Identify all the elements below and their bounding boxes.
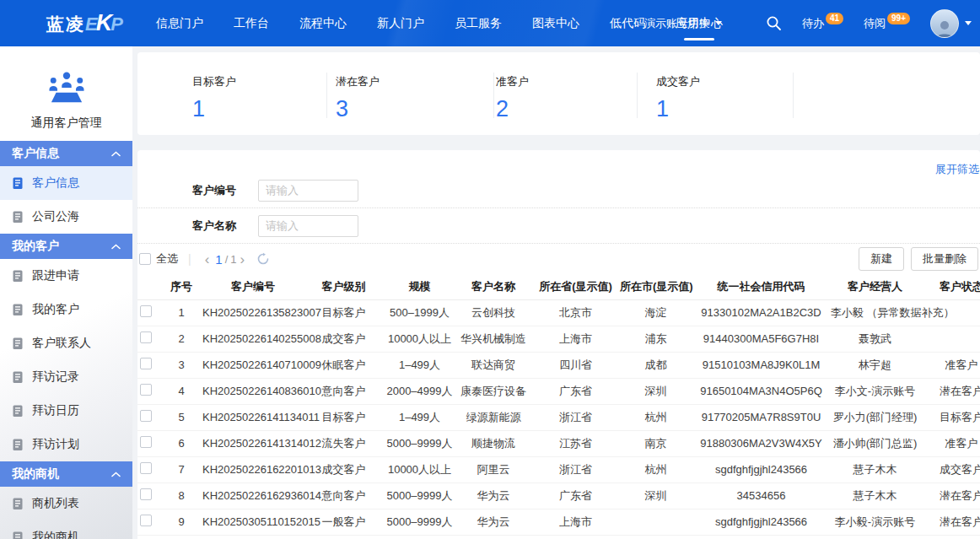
sidebar-item-label: 公司公海 [32,209,79,224]
stat-value[interactable]: 1 [192,96,236,122]
table-cell: 广东省 [531,378,620,404]
stat-label: 成交客户 [656,74,700,89]
sidebar-item[interactable]: 我的商机 [0,520,132,539]
row-checkbox[interactable] [140,358,152,369]
nav-item[interactable]: 图表中心 [526,0,585,46]
document-icon [12,405,24,418]
todo-counter[interactable]: 待办 41 [802,16,843,31]
table-cell: 华兴机械制造 [455,326,531,352]
chevron-up-icon [111,151,121,157]
select-all-checkbox[interactable] [139,253,151,265]
table-cell: 91330102MA2A1B2C3D [692,299,831,326]
sidebar-item-label: 拜访记录 [32,369,79,385]
toread-counter[interactable]: 待阅 99+ [864,16,910,31]
filter-field-input[interactable] [258,215,358,237]
table-cell: KH20250226162936014 [202,482,304,509]
prev-page-button[interactable]: ‹ [202,252,213,267]
sidebar-item[interactable]: 公司公海 [0,200,132,234]
table-cell: 91440300MA5F6G7H8I [692,326,831,352]
avatar [930,9,959,38]
filter-field-label: 客户名称 [137,218,238,234]
document-icon [12,211,24,224]
sidebar-item[interactable]: 拜访日历 [0,394,132,428]
page-separator: / [225,253,229,266]
table-cell: 上海市 [531,509,620,535]
sidebar-section-header[interactable]: 我的商机 [0,461,132,487]
table-cell: 5000–9999人 [384,482,455,509]
table-row[interactable]: 4KH20250226140836010意向客户2000–4999人康泰医疗设备… [137,378,980,404]
section-label: 我的客户 [12,239,59,254]
table-row[interactable]: 7KH20250226162201013成交客户10000人以上阿里云浙江省杭州… [137,456,980,482]
table-cell: 8 [160,482,202,509]
stat-value[interactable]: 2 [496,96,529,122]
account-switcher[interactable]: 演示账号切换 [644,16,722,31]
row-checkbox[interactable] [140,488,152,500]
user-menu[interactable] [930,9,972,38]
row-checkbox[interactable] [140,515,152,526]
table-row[interactable]: 2KH20250226140255008成交客户10000人以上华兴机械制造上海… [137,326,980,352]
table-cell: 1–499人 [384,404,455,430]
table-row[interactable]: 6KH20250226141314012流失客户5000–9999人顺捷物流江苏… [137,430,980,456]
checkbox-column-header [137,274,160,299]
sidebar-item[interactable]: 拜访记录 [0,360,132,394]
row-checkbox[interactable] [140,331,152,343]
table-cell: 91650104MA3N4O5P6Q [692,378,831,404]
stat-value[interactable]: 3 [336,96,380,122]
sidebar-section-header[interactable]: 我的客户 [0,234,132,259]
row-checkbox[interactable] [140,384,152,396]
table-cell: 李小文-演示账号 [831,378,919,404]
filter-field-label: 客户编号 [137,183,238,198]
nav-item[interactable]: 员工服务 [449,0,508,46]
batch-delete-button[interactable]: 批量删除 [911,247,978,271]
row-checkbox-cell [137,430,160,456]
table-cell: KH20250226141134011 [202,404,304,430]
nav-item[interactable]: 新人门户 [371,0,430,46]
table-row[interactable]: 1KH20250226135823007目标客户500–1999人云创科技北京市… [137,299,980,326]
table-cell: 91510103MA8J9K0L1M [692,352,831,378]
stat-label: 潜在客户 [336,74,380,89]
table-cell: 联达商贸 [455,352,531,378]
table-row[interactable]: 5KH20250226141134011目标客户1–499人绿源新能源浙江省杭州… [137,404,980,430]
table-cell: 阿里云 [455,456,531,482]
sidebar-item[interactable]: 我的客户 [0,293,132,326]
document-icon [12,270,24,283]
table-row[interactable]: 8KH20250226162936014意向客户5000–9999人华为云广东省… [137,482,980,509]
refresh-icon[interactable] [256,252,270,266]
row-checkbox[interactable] [140,305,152,317]
table-row[interactable]: 9KH20250305110152015一般客户5000–9999人华为云上海市… [137,509,980,535]
column-header: 所在市(显示值) [620,274,692,299]
table-row[interactable]: 3KH20250226140710009休眠客户1–499人联达商贸四川省成都9… [137,352,980,378]
stat-value[interactable]: 1 [656,96,700,122]
table-cell: 潜在客户 [919,509,980,535]
sidebar-section-header[interactable]: 客户信息 [0,141,132,166]
sidebar-item-label: 拜访计划 [32,437,79,452]
search-icon[interactable] [766,15,782,31]
table-cell: 500–1999人 [384,299,455,326]
row-checkbox[interactable] [140,462,152,474]
sidebar-item[interactable]: 客户信息 [0,166,132,200]
table-cell: 华为云 [455,482,531,509]
row-checkbox[interactable] [140,436,152,448]
sidebar-item-label: 跟进申请 [32,268,79,283]
sidebar-item[interactable]: 跟进申请 [0,259,132,293]
new-button[interactable]: 新建 [859,247,904,271]
nav-item[interactable]: 工作台 [228,0,275,46]
row-checkbox[interactable] [140,410,152,422]
stat-block: 准客户2 [496,74,529,122]
stat-block: 成交客户1 [656,74,700,122]
table-cell: 南京 [620,430,692,456]
table-cell: 5000–9999人 [384,430,455,456]
row-checkbox-cell [137,456,160,482]
table-cell: 34534656 [692,482,831,509]
table-cell: 成交客户 [919,456,980,482]
nav-item[interactable]: 信息门户 [150,0,209,46]
nav-item[interactable]: 流程中心 [293,0,353,46]
row-checkbox-cell [137,299,160,326]
filter-field-input[interactable] [258,180,358,202]
ekp-logo[interactable]: 蓝凌 E K P [46,10,123,36]
sidebar-item[interactable]: 客户联系人 [0,326,132,360]
sidebar-item-label: 我的客户 [32,302,79,317]
sidebar-item[interactable]: 拜访计划 [0,428,132,461]
next-page-button[interactable]: › [237,252,249,267]
sidebar-item[interactable]: 商机列表 [0,487,132,520]
